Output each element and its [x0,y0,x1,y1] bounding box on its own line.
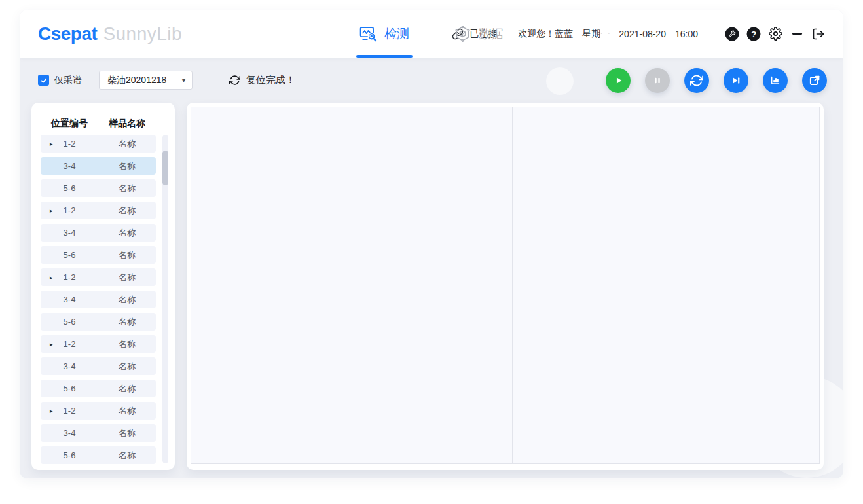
window-controls: ? [724,26,826,42]
sidebar-scrollbar[interactable] [162,135,168,463]
column-position: 位置编号 [41,113,98,133]
refresh-icon [229,75,240,86]
sample-row[interactable]: 3-4 名称 [41,291,156,308]
sample-row[interactable]: 5-6 名称 [41,446,156,464]
action-buttons [606,68,827,93]
column-sample-name: 样品名称 [98,113,156,133]
expand-arrow-icon[interactable]: ▸ [50,274,53,281]
reset-status-text: 复位完成！ [246,74,295,86]
time-text: 16:00 [675,29,698,39]
main-tabs: 检测 数据 [356,10,507,58]
date-text: 2021-08-20 [619,29,666,39]
help-icon[interactable]: ? [746,26,762,42]
sample-select-value: 柴油20201218 [107,75,166,86]
sample-list: ▸ 1-2 名称 3-4 名称 5-6 名称 ▸ 1-2 名 [41,135,156,469]
expand-arrow-icon[interactable]: ▸ [50,341,53,348]
tab-detection-label: 检测 [384,26,409,43]
header-right: 已连接 欢迎您！蓝蓝 星期一 2021-08-20 16:00 [452,26,826,42]
weekday-text: 星期一 [582,28,610,40]
minimize-icon[interactable] [789,26,805,42]
sidebar-scrollbar-thumb[interactable] [162,151,168,185]
header-bar: Csepat SunnyLib 检测 [20,10,843,58]
welcome-text: 欢迎您！蓝蓝 [518,28,573,40]
reset-button[interactable] [684,68,709,93]
chevron-down-icon: ▾ [182,77,185,84]
spectrum-only-group: 仅采谱 [38,75,82,86]
detection-monitor-icon [359,25,377,43]
sample-row[interactable]: 5-6 名称 [41,380,156,397]
spectrum-only-label: 仅采谱 [54,75,82,86]
skip-forward-button[interactable] [724,68,748,93]
spectrum-panel-left [191,107,513,464]
spectrum-display-card [187,103,824,470]
sample-row[interactable]: 5-6 名称 [41,313,156,331]
spectrum-only-checkbox[interactable] [38,75,49,86]
play-icon [612,74,625,87]
svg-text:?: ? [751,29,756,39]
settings-icon[interactable] [767,26,783,42]
start-button[interactable] [606,68,631,93]
export-icon [808,74,821,87]
spectrum-panel-right [512,107,820,464]
sample-row[interactable]: ▸ 1-2 名称 [41,335,156,353]
logo-secondary: SunnyLib [103,24,182,45]
logo-primary: Csepat [38,24,97,45]
app-logo: Csepat SunnyLib [38,24,182,45]
reset-status-group: 复位完成！ [229,74,295,86]
sample-row[interactable]: ▸ 1-2 名称 [41,135,156,153]
sample-row[interactable]: 3-4 名称 [41,424,156,442]
sample-list-header: 位置编号 样品名称 [41,113,156,133]
tab-data-label: 数据 [479,26,504,43]
app-window: Csepat SunnyLib 检测 [20,10,843,478]
sample-row[interactable]: 5-6 名称 [41,246,156,264]
logout-icon[interactable] [811,26,826,42]
sample-row[interactable]: ▸ 1-2 名称 [41,202,156,219]
spectrum-display-area [191,107,820,464]
expand-arrow-icon[interactable]: ▸ [50,408,53,414]
tab-data[interactable]: 数据 [450,10,507,58]
expand-arrow-icon[interactable]: ▸ [50,207,53,214]
skip-forward-icon [729,74,743,87]
data-cube-icon [454,25,471,43]
bar-chart-icon [769,74,782,87]
sample-row[interactable]: 3-4 名称 [41,357,156,375]
expand-arrow-icon[interactable]: ▸ [50,141,53,147]
export-button[interactable] [802,68,827,93]
pause-button[interactable] [645,68,670,93]
tools-icon[interactable] [724,26,740,42]
sample-row[interactable]: 3-4 名称 [41,224,156,242]
sample-list-panel: 位置编号 样品名称 ▸ 1-2 名称 3-4 名称 5-6 名称 [31,103,175,470]
sync-icon [690,74,703,87]
toolbar: 仅采谱 柴油20201218 ▾ 复位完成！ [20,58,843,103]
sample-select[interactable]: 柴油20201218 ▾ [99,71,193,90]
sample-row[interactable]: ▸ 1-2 名称 [41,402,156,420]
sample-row[interactable]: 5-6 名称 [41,179,156,197]
chart-button[interactable] [763,68,788,93]
tab-detection[interactable]: 检测 [356,10,413,58]
sample-row[interactable]: 3-4 名称 [41,157,156,175]
sample-row[interactable]: ▸ 1-2 名称 [41,268,156,286]
pause-icon [651,74,664,87]
